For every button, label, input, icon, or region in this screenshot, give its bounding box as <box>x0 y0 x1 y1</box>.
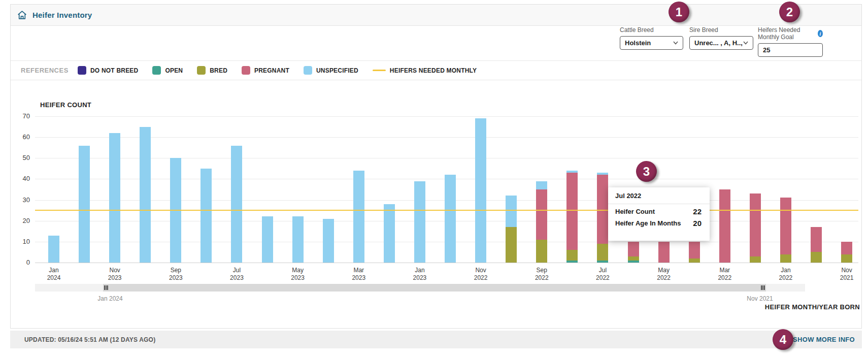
x-tick-label: Nov2022 <box>464 267 497 282</box>
bar-dec-2022[interactable] <box>445 175 456 263</box>
x-tick-label: May2023 <box>282 267 314 282</box>
cattle-breed-select[interactable]: Holstein <box>620 36 683 50</box>
tooltip-row-label: Heifer Age In Months <box>615 219 681 227</box>
range-handle-left[interactable] <box>103 285 109 290</box>
x-tick-label: Mar2022 <box>709 267 741 282</box>
x-tick-label: Nov2021 <box>830 267 863 282</box>
annotation-badge-2: 2 <box>779 2 800 22</box>
sire-breed-select[interactable]: Unrec... , A, H.., Ko... <box>689 36 753 50</box>
bar-dec-2023[interactable] <box>79 146 90 263</box>
bar-segment-unspecified <box>323 219 334 263</box>
range-scrollbar-selection[interactable] <box>103 284 766 292</box>
card-header: Heifer Inventory <box>11 5 861 26</box>
bar-segment-open <box>628 261 639 263</box>
bar-apr-2022[interactable] <box>689 242 700 263</box>
tooltip-title: Jul 2022 <box>608 187 710 204</box>
bar-segment-pregnant <box>719 189 730 263</box>
bar-nov-2021[interactable] <box>841 242 852 263</box>
bar-feb-2023[interactable] <box>384 204 395 263</box>
heifers-goal-value: 25 <box>763 46 770 54</box>
x-axis-title: HEIFER MONTH/YEAR BORN <box>605 303 860 311</box>
bar-feb-2022[interactable] <box>750 193 761 263</box>
page-title: Heifer Inventory <box>32 11 92 19</box>
heifers-goal-label: Heifers Needed Monthly Goal <box>758 26 815 41</box>
bar-segment-open <box>566 261 578 263</box>
annotation-badge-1: 1 <box>669 2 689 22</box>
bar-aug-2022[interactable] <box>566 171 578 263</box>
bar-mar-2023[interactable] <box>353 171 364 263</box>
bar-jan-2023[interactable] <box>414 181 425 263</box>
info-icon[interactable]: i <box>818 30 823 37</box>
bar-aug-2023[interactable] <box>201 169 212 263</box>
bar-jan-2022[interactable] <box>780 198 791 263</box>
annotation-badge-4: 4 <box>773 329 793 350</box>
y-tick-label: 0 <box>11 258 30 266</box>
card-footer: UPDATED: 05/16/24 5:51 AM (12 DAYS AGO) … <box>10 331 862 348</box>
x-tick-label: Sep2022 <box>525 267 558 282</box>
bar-jun-2023[interactable] <box>262 216 273 263</box>
bar-segment-unspecified <box>414 181 425 263</box>
bar-segment-bred <box>536 240 547 263</box>
bar-segment-pregnant <box>841 242 852 254</box>
range-handle-right[interactable] <box>760 285 766 290</box>
bar-segment-bred <box>628 256 639 261</box>
x-tick-label: Jan2022 <box>770 267 802 282</box>
cattle-breed-value: Holstein <box>625 39 651 47</box>
bar-segment-pregnant <box>536 189 547 240</box>
x-tick-label: Mar2023 <box>343 267 375 282</box>
bar-segment-pregnant <box>566 173 578 250</box>
legend-item-label: DO NOT BREED <box>90 67 138 74</box>
bar-jan-2024[interactable] <box>48 236 59 263</box>
bar-dec-2021[interactable] <box>811 227 822 263</box>
bar-may-2022[interactable] <box>658 242 670 263</box>
range-left-label: Jan 2024 <box>82 295 138 302</box>
x-tick-label: Sep2023 <box>159 267 192 282</box>
bar-nov-2022[interactable] <box>475 118 486 263</box>
bar-segment-unspecified <box>262 216 273 263</box>
chevron-down-icon <box>673 41 678 45</box>
legend-item-label: OPEN <box>165 67 183 74</box>
y-tick-label: 20 <box>11 217 30 224</box>
legend-item-do-not-breed: DO NOT BREED <box>78 66 138 75</box>
cattle-breed-label: Cattle Breed <box>620 26 683 34</box>
y-axis-title: HEIFER COUNT <box>40 101 91 109</box>
bar-segment-pregnant <box>658 242 670 263</box>
x-tick-label: Jul2023 <box>220 267 253 282</box>
bar-nov-2023[interactable] <box>109 133 120 263</box>
bar-segment-bred <box>780 254 791 263</box>
legend-item-bred: BRED <box>197 66 227 75</box>
bar-sep-2022[interactable] <box>536 181 547 263</box>
bar-mar-2022[interactable] <box>719 189 730 263</box>
y-tick-label: 50 <box>11 154 30 161</box>
legend-item-label: HEIFERS NEEDED MONTHLY <box>390 67 477 74</box>
y-tick-label: 30 <box>11 196 30 204</box>
y-tick-label: 60 <box>11 133 30 141</box>
bar-segment-pregnant <box>811 227 822 252</box>
legend-item-pregnant: PREGNANT <box>242 66 289 75</box>
bar-segment-pregnant <box>597 175 608 244</box>
chevron-down-icon <box>743 41 748 45</box>
bar-jun-2022[interactable] <box>628 242 639 263</box>
annotation-badge-3: 3 <box>636 161 657 182</box>
legend-swatch <box>242 66 250 75</box>
legend-item-goal-line: HEIFERS NEEDED MONTHLY <box>373 67 477 74</box>
gridline <box>35 263 858 263</box>
bar-jul-2022[interactable] <box>597 173 608 263</box>
tooltip-row-label: Heifer Count <box>615 208 655 215</box>
range-scrollbar-track[interactable] <box>35 284 805 292</box>
gridline <box>35 137 858 138</box>
bar-jul-2023[interactable] <box>231 146 242 263</box>
home-icon[interactable] <box>17 10 27 20</box>
sire-breed-label: Sire Breed <box>689 26 753 34</box>
legend-bar: REFERENCES DO NOT BREEDOPENBREDPREGNANTU… <box>11 60 861 80</box>
bar-oct-2022[interactable] <box>506 196 517 263</box>
bar-apr-2023[interactable] <box>323 219 334 263</box>
bar-oct-2023[interactable] <box>140 127 151 263</box>
gridline <box>35 158 858 158</box>
range-right-label: Nov 2021 <box>732 295 788 302</box>
bar-segment-unspecified <box>48 236 59 263</box>
bar-segment-bred <box>566 250 578 261</box>
legend-item-unspecified: UNSPECIFIED <box>304 66 358 75</box>
bar-may-2023[interactable] <box>292 216 304 263</box>
heifers-goal-input[interactable]: 25 <box>758 43 823 57</box>
